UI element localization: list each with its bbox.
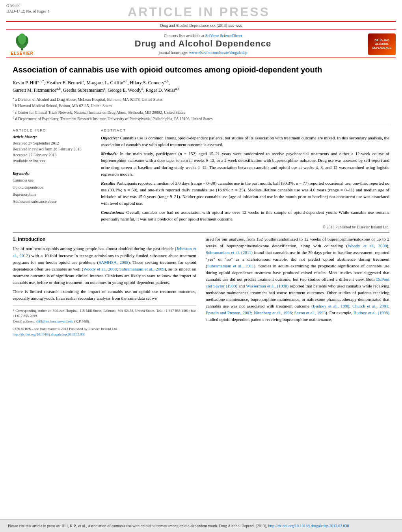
methods-label: Methods: (101, 151, 118, 156)
keyword-1: Cannabis use (13, 177, 91, 184)
article-info-label: ARTICLE INFO (13, 128, 91, 132)
body-para-3: used for our analyses, from 152 youths r… (206, 236, 389, 323)
email-link[interactable]: khill@mclean.harvard.edu (35, 319, 73, 323)
citation-doi[interactable]: http://dx.doi.org/10.1016/j.drugalcdep.2… (268, 524, 349, 528)
journal-info-bar: Drug and Alcohol Dependence xxx (2013) x… (6, 21, 396, 30)
body-col-right: used for our analyses, from 152 youths r… (206, 236, 389, 337)
ref-epstein[interactable]: Epstein and Preston, 2003 (206, 310, 251, 315)
abstract-section-label: ABSTRACT (101, 128, 389, 132)
ref-budney2[interactable]: Budney et al. (1998) (354, 310, 389, 315)
body-col-left: 1. Introduction Use of non-heroin opioid… (13, 236, 196, 337)
journal-info-text: Drug and Alcohol Dependence xxx (2013) x… (160, 23, 242, 28)
elsevier-tree-icon (14, 33, 30, 50)
divider-1 (13, 125, 389, 125)
objective-label: Objective: (101, 135, 119, 140)
abstract-col: ABSTRACT Objective: Cannabis use is comm… (101, 128, 389, 229)
ref-wasserman[interactable]: Wasserman et al. (1998) (246, 284, 288, 288)
abstract-methods: Methods: In the main study, participants… (101, 150, 389, 177)
objective-text: Cannabis use is common among opioid-depe… (101, 135, 389, 147)
divider-2 (13, 232, 389, 233)
ref-saxon[interactable]: Saxon et al., 1993 (294, 310, 326, 315)
abstract-results: Results: Participants reported a median … (101, 180, 389, 207)
journal-center: Contents lists available at SciVerse Sci… (42, 33, 364, 55)
abstract-objective: Objective: Cannabis use is common among … (101, 135, 389, 148)
ref-woody2008b[interactable]: Woody et al., 2008 (348, 243, 387, 248)
keywords-label: Keywords: (13, 171, 91, 176)
keyword-2: Opioid dependence (13, 184, 91, 191)
sciverse-link[interactable]: SciVerse ScienceDirect (205, 33, 242, 38)
contents-label: Contents lists available at SciVerse Sci… (42, 33, 364, 38)
results-text: Participants reported a median of 3.0 da… (101, 181, 389, 206)
ref-nirenberg[interactable]: Nirenberg et al., 1996 (254, 310, 292, 315)
methods-text: In the main study, participants (n = 152… (101, 151, 389, 176)
keyword-4: Adolescent substance abuse (13, 198, 91, 205)
info-abstract-section: ARTICLE INFO Article history: Received 2… (13, 128, 389, 229)
email-line: E-mail address: khill@mclean.harvard.edu… (13, 319, 196, 324)
email-label: E-mail address: (13, 319, 35, 323)
journal-logo-right: DRUG AND ALCOHOL DEPENDENCE (364, 33, 396, 55)
affiliations: a a Division of Alcohol and Drug Abuse, … (13, 96, 389, 122)
dad-label: DAD-4712; No. of Pages 4 (6, 9, 49, 14)
keywords-list: Cannabis use Opioid dependence Buprenorp… (13, 177, 91, 205)
article-title: Association of cannabis use with opioid … (13, 65, 389, 75)
doi-link[interactable]: http://dx.doi.org/10.1016/j.drugalcdep.2… (13, 332, 86, 336)
ref-johnston[interactable]: Johnston et al., 2012 (13, 246, 196, 258)
ref-subramaniam2011b[interactable]: Subramaniam et al., 2011 (207, 263, 254, 268)
ref-subramaniam2009[interactable]: Subramaniam et al., 2009 (119, 267, 164, 271)
conclusions-label: Conclusions: (101, 210, 125, 215)
keyword-3: Buprenorphine (13, 191, 91, 198)
divider-keywords (13, 168, 91, 168)
results-label: Results: (101, 181, 115, 185)
ref-subramaniam2011[interactable]: Subramaniam et al. (2011) (206, 250, 253, 255)
email-name: (K.P. Hill). (74, 319, 90, 323)
available-date: Available online xxx (13, 158, 91, 164)
footer-line-2: http://dx.doi.org/10.1016/j.drugalcdep.2… (13, 332, 196, 337)
conclusions-text: Overall, cannabis use had no association… (101, 210, 389, 221)
received-date: Received 27 September 2012 (13, 140, 91, 146)
copyright: © 2013 Published by Elsevier Ireland Ltd… (101, 225, 389, 229)
journal-homepage: journal homepage: www.elsevier.com/locat… (42, 50, 364, 55)
article-content: Association of cannabis use with opioid … (0, 57, 402, 515)
homepage-url[interactable]: www.elsevier.com/locate/drugalcdep (189, 50, 248, 55)
journal-title: Drug and Alcohol Dependence (42, 39, 364, 49)
article-info-col: ARTICLE INFO Article history: Received 2… (13, 128, 91, 229)
corresponding-note: * Corresponding author at: McLean Hospit… (13, 308, 196, 319)
page: G Model DAD-4712; No. of Pages 4 ARTICLE… (0, 0, 402, 532)
article-in-press-banner: ARTICLE IN PRESS (49, 3, 348, 21)
journal-logo-box: DRUG AND ALCOHOL DEPENDENCE (368, 33, 396, 55)
elsevier-brand-text: ELSEVIER (11, 51, 33, 56)
model-info: G Model DAD-4712; No. of Pages 4 (6, 3, 49, 14)
ref-budney[interactable]: Budney et al., 1998 (313, 304, 349, 308)
top-header: G Model DAD-4712; No. of Pages 4 ARTICLE… (0, 0, 402, 21)
svg-point-4 (18, 33, 26, 44)
journal-middle: ELSEVIER Contents lists available at Sci… (6, 30, 396, 57)
abstract-conclusions: Conclusions: Overall, cannabis use had n… (101, 209, 389, 222)
ref-dupont[interactable]: DuPont and Saylor (1989) (206, 277, 389, 288)
model-label: G Model (6, 3, 49, 9)
citation-bar: Please cite this article in press as: Hi… (0, 519, 402, 532)
section1-heading: 1. Introduction (13, 236, 196, 243)
accepted-date: Accepted 27 February 2013 (13, 152, 91, 158)
body-para-1: Use of non-heroin opioids among young pe… (13, 245, 196, 285)
revised-date: Received in revised form 26 February 201… (13, 146, 91, 152)
history-label: Article history: (13, 135, 91, 139)
authors: Kevin P. Hilla,b,*, Heather E. Bennetta,… (13, 79, 389, 94)
body-content: 1. Introduction Use of non-heroin opioid… (13, 236, 389, 337)
footer-line-1: 0376-8716/$ – see front matter © 2013 Pu… (13, 326, 196, 332)
footnote-section: * Corresponding author at: McLean Hospit… (13, 306, 196, 337)
article-history: Article history: Received 27 September 2… (13, 135, 91, 164)
keywords-section: Keywords: Cannabis use Opioid dependence… (13, 171, 91, 205)
elsevier-logo: ELSEVIER (6, 33, 38, 56)
body-para-2: There is limited research examining the … (13, 288, 196, 302)
ref-woody2008[interactable]: Woody et al., 2008 (83, 267, 117, 271)
abstract-text: Objective: Cannabis use is common among … (101, 135, 389, 222)
ref-church[interactable]: Church et al., 2001 (352, 304, 388, 308)
ref-samhsa[interactable]: SAMHSA, 2008 (99, 260, 128, 265)
citation-prefix: Please cite this article in press as: Hi… (8, 524, 268, 528)
